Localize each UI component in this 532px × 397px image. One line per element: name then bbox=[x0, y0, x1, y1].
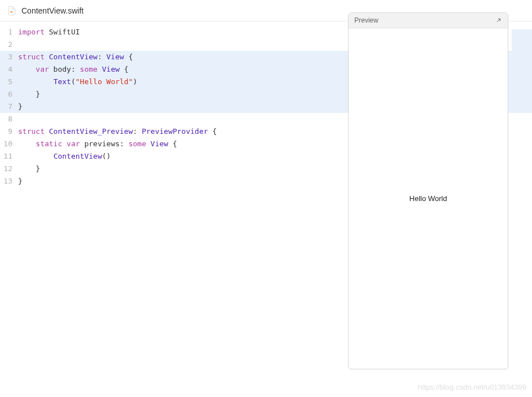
line-number: 8 bbox=[0, 113, 18, 125]
preview-content: Hello World bbox=[410, 194, 447, 203]
line-number: 4 bbox=[0, 63, 18, 76]
file-name: ContentView.swift bbox=[21, 6, 83, 15]
code-content: } bbox=[18, 175, 23, 187]
code-content: ContentView() bbox=[18, 150, 111, 163]
code-content: struct ContentView: View { bbox=[18, 51, 133, 63]
code-content: } bbox=[18, 101, 23, 113]
line-number: 9 bbox=[0, 125, 18, 138]
code-content: var body: some View { bbox=[18, 63, 129, 76]
preview-panel: Preview Hello World bbox=[348, 12, 508, 369]
line-number: 10 bbox=[0, 138, 18, 150]
code-content: static var previews: some View { bbox=[18, 138, 177, 150]
line-number: 7 bbox=[0, 101, 18, 113]
line-number: 3 bbox=[0, 51, 18, 63]
swift-file-icon bbox=[7, 6, 17, 16]
code-content: } bbox=[18, 163, 40, 175]
expand-icon[interactable] bbox=[495, 17, 502, 24]
preview-header: Preview bbox=[349, 13, 508, 28]
line-number: 1 bbox=[0, 26, 18, 38]
code-content: Text("Hello World") bbox=[18, 76, 137, 88]
preview-title: Preview bbox=[354, 16, 379, 24]
code-content: } bbox=[18, 88, 40, 101]
line-number: 6 bbox=[0, 88, 18, 101]
code-content: import SwiftUI bbox=[18, 26, 80, 38]
code-content: struct ContentView_Preview: PreviewProvi… bbox=[18, 125, 217, 138]
preview-body: Hello World bbox=[349, 28, 508, 369]
line-number: 2 bbox=[0, 38, 18, 51]
line-number: 5 bbox=[0, 76, 18, 88]
line-number: 12 bbox=[0, 163, 18, 175]
line-number: 11 bbox=[0, 150, 18, 163]
main-area: 1import SwiftUI23struct ContentView: Vie… bbox=[0, 21, 532, 397]
highlight-edge bbox=[512, 29, 532, 91]
line-number: 13 bbox=[0, 175, 18, 187]
